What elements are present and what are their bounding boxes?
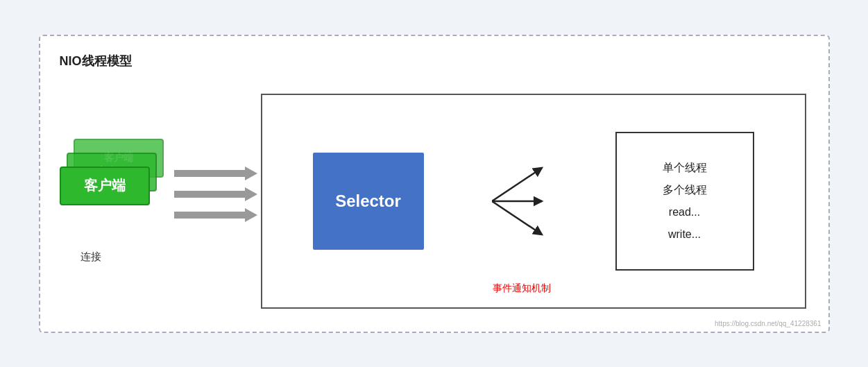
event-label: 事件通知机制 [493, 282, 551, 295]
fan-arrows [492, 153, 547, 250]
diagram-body: 客户端 客户端 客户端 连接 [60, 90, 806, 312]
right-info-line2: 多个线程 [663, 179, 707, 201]
svg-line-3 [492, 201, 542, 234]
arrow-line-2 [174, 187, 257, 201]
arrow-head-2 [245, 187, 257, 201]
arrow-line-1 [174, 167, 257, 180]
fan-arrows-svg [492, 153, 547, 250]
selector-box: Selector [313, 153, 424, 250]
arrow-head-3 [245, 208, 257, 222]
arrow-line-3 [174, 208, 257, 222]
right-info-line1: 单个线程 [663, 157, 707, 179]
main-inner-box: Selector [261, 94, 806, 309]
right-info-line3: read... [663, 201, 707, 223]
arrow-shaft-2 [174, 191, 245, 198]
right-info-line4: write... [663, 223, 707, 246]
client-box-front: 客户端 [60, 167, 150, 205]
svg-line-1 [492, 168, 542, 201]
arrow-shaft-3 [174, 212, 245, 219]
watermark: https://blog.csdn.net/qq_41228361 [715, 320, 821, 327]
arrows-area [171, 167, 261, 222]
arrow-shaft-1 [174, 170, 245, 177]
diagram-title: NIO线程模型 [60, 53, 806, 69]
right-info-content: 单个线程 多个线程 read... write... [663, 157, 707, 246]
clients-area: 客户端 客户端 客户端 连接 [60, 132, 171, 271]
arrow-head-1 [245, 167, 257, 180]
diagram-container: NIO线程模型 客户端 客户端 客户端 连接 [39, 35, 830, 333]
right-info-box: 单个线程 多个线程 read... write... [615, 132, 754, 271]
connect-label: 连接 [80, 250, 101, 264]
selector-label: Selector [335, 191, 401, 211]
